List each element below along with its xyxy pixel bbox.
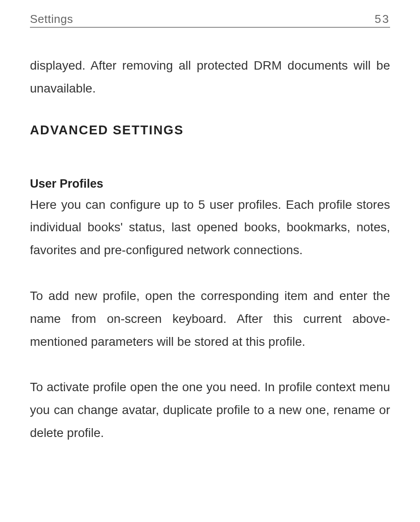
paragraph-3: To activate profile open the one you nee… [30,376,390,444]
section-heading: ADVANCED SETTINGS [30,123,390,137]
lead-paragraph: displayed. After removing all protected … [30,54,390,100]
header-page-number: 53 [375,12,390,26]
header-section-label: Settings [30,12,73,26]
paragraph-1: Here you can configure up to 5 user prof… [30,193,390,262]
page-header: Settings 53 [30,12,390,28]
paragraph-2: To add new profile, open the correspondi… [30,285,390,353]
subsection-heading: User Profiles [30,177,390,191]
